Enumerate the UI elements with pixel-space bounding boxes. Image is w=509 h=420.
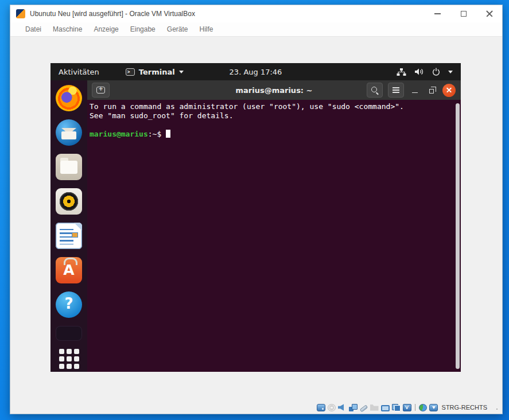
- terminal-menu-button[interactable]: [388, 83, 404, 98]
- terminal-title: marius@marius: ~: [236, 86, 313, 95]
- dock-item-help[interactable]: [56, 291, 82, 318]
- host-maximize-button[interactable]: [450, 5, 476, 22]
- menu-maschine[interactable]: Maschine: [47, 25, 88, 33]
- host-minimize-button[interactable]: [425, 5, 450, 22]
- dock-item-rhythmbox[interactable]: [56, 188, 82, 215]
- system-tray[interactable]: [397, 68, 461, 76]
- dock-item-files[interactable]: [56, 154, 82, 180]
- prompt-symbol: $: [157, 130, 161, 138]
- hamburger-icon: [393, 90, 399, 91]
- host-close-button[interactable]: [476, 5, 502, 22]
- host-window-controls: [425, 5, 502, 22]
- terminal-output-line: To run a command as administrator (user …: [90, 102, 453, 111]
- prompt-separator: :: [148, 130, 153, 138]
- shared-folders-icon[interactable]: [370, 404, 379, 411]
- terminal-minimize-button[interactable]: [409, 83, 421, 98]
- network-adapter-icon[interactable]: [349, 404, 358, 411]
- dock-item-libreoffice-writer[interactable]: [56, 223, 82, 249]
- terminal-minimize-icon: [412, 92, 418, 94]
- terminal-close-button[interactable]: [442, 84, 456, 97]
- host-menubar: Datei Maschine Anzeige Eingabe Geräte Hi…: [10, 22, 502, 37]
- vm-features-icon[interactable]: [403, 404, 411, 411]
- app-menu-label: Terminal: [139, 68, 175, 76]
- terminal-output-line: See "man sudo_root" for details.: [90, 111, 453, 120]
- network-wired-icon: [397, 68, 406, 76]
- maximize-icon: [461, 11, 467, 17]
- terminal-app-icon: >: [126, 68, 135, 76]
- gnome-top-bar: Aktivitäten > Terminal 23. Aug 17:46: [50, 63, 461, 80]
- resize-grip[interactable]: [493, 405, 499, 411]
- terminal-window: marius@marius: ~: [87, 80, 461, 372]
- host-window-title: Ubunutu Neu [wird ausgeführt] - Oracle V…: [30, 10, 195, 18]
- recording-icon[interactable]: [392, 404, 401, 411]
- menu-eingabe[interactable]: Eingabe: [125, 25, 161, 33]
- host-statusbar: STRG-RECHTS: [10, 401, 502, 414]
- vm-display[interactable]: Aktivitäten > Terminal 23. Aug 17:46: [50, 63, 461, 372]
- virtualbox-window: Ubunutu Neu [wird ausgeführt] - Oracle V…: [10, 5, 503, 414]
- menu-anzeige[interactable]: Anzeige: [88, 25, 124, 33]
- host-titlebar[interactable]: Ubunutu Neu [wird ausgeführt] - Oracle V…: [10, 5, 502, 22]
- tray-chevron-down-icon: [448, 71, 453, 73]
- chevron-down-icon: [179, 71, 184, 73]
- app-menu-terminal[interactable]: > Terminal: [126, 68, 184, 76]
- menu-hilfe[interactable]: Hilfe: [193, 25, 219, 33]
- terminal-search-button[interactable]: [367, 83, 383, 98]
- display-icon[interactable]: [381, 405, 390, 411]
- new-tab-button[interactable]: [92, 83, 110, 98]
- keyboard-capture-icon[interactable]: [429, 404, 438, 411]
- dock-item-firefox[interactable]: [56, 85, 82, 111]
- minimize-icon: [434, 13, 441, 14]
- statusbar-separator: [415, 404, 415, 411]
- terminal-content[interactable]: To run a command as administrator (user …: [87, 100, 461, 372]
- prompt-user-host: marius@marius: [90, 130, 148, 138]
- usb-devices-icon[interactable]: [359, 405, 368, 412]
- show-applications-button[interactable]: [59, 349, 79, 369]
- ubuntu-dock: [50, 80, 87, 372]
- host-desktop-background: Ubunutu Neu [wird ausgeführt] - Oracle V…: [0, 0, 509, 420]
- audio-icon[interactable]: [338, 404, 347, 411]
- terminal-scrollbar[interactable]: [456, 103, 460, 369]
- terminal-controls: [367, 83, 456, 98]
- terminal-cursor: [166, 130, 170, 138]
- optical-drives-icon[interactable]: [328, 404, 336, 411]
- power-icon: [432, 68, 440, 76]
- menu-geraete[interactable]: Geräte: [161, 25, 194, 33]
- host-key-label: STRG-RECHTS: [442, 404, 487, 411]
- mouse-integration-icon[interactable]: [419, 404, 427, 411]
- menu-datei[interactable]: Datei: [20, 25, 47, 33]
- activities-button[interactable]: Aktivitäten: [50, 68, 107, 76]
- vm-desktop: marius@marius: ~: [50, 80, 461, 372]
- terminal-headerbar[interactable]: marius@marius: ~: [87, 80, 461, 100]
- clock-button[interactable]: 23. Aug 17:46: [230, 68, 282, 76]
- hard-disks-icon[interactable]: [317, 404, 325, 411]
- dock-item-thunderbird[interactable]: [56, 119, 82, 146]
- terminal-prompt-line: marius@marius:~$: [90, 130, 453, 139]
- writer-image-glyph: [72, 232, 78, 238]
- dock-item-hidden-app[interactable]: [56, 326, 82, 341]
- terminal-restore-icon: [429, 89, 434, 94]
- dock-item-ubuntu-software[interactable]: [56, 257, 82, 283]
- virtualbox-logo-icon: [16, 9, 25, 18]
- new-tab-icon: [96, 87, 105, 94]
- terminal-blank-line: [90, 120, 453, 130]
- terminal-restore-button[interactable]: [426, 83, 437, 98]
- search-icon: [371, 87, 379, 94]
- close-icon: [486, 10, 493, 17]
- volume-icon: [414, 68, 424, 76]
- app-grid-icon: [59, 349, 64, 354]
